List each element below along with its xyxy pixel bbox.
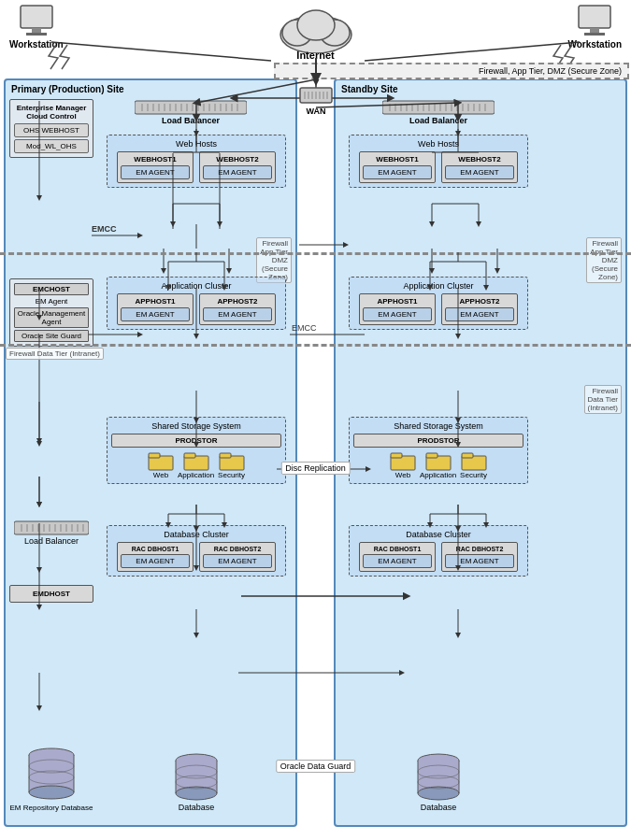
- standby-db-icon: [415, 751, 462, 803]
- firewall-banner: Firewall, App Tier, DMZ (Secure Zone): [274, 63, 629, 79]
- standby-site: Standby Site: [334, 78, 627, 827]
- standby-folder-sec-icon: [461, 450, 487, 471]
- primary-site-title: Primary (Production) Site: [11, 84, 124, 94]
- standby-apphost2-box: APPHOST2 EM AGENT: [441, 293, 518, 325]
- standby-site-title: Standby Site: [341, 84, 398, 94]
- svg-rect-38: [590, 28, 599, 33]
- workstation-right-icon: [575, 4, 614, 39]
- standby-storage-web: Web: [390, 450, 416, 479]
- svg-point-36: [297, 10, 335, 40]
- primary-db2-agent: EM AGENT: [203, 554, 272, 568]
- standby-webhost1-box: WEBHOST1 EM AGENT: [359, 151, 436, 183]
- standby-webhost1-agent: EM AGENT: [363, 165, 432, 179]
- primary-db-icon: [173, 751, 220, 803]
- primary-racdbhost2-box: RAC DBHOST2 EM AGENT: [199, 542, 276, 572]
- primary-left-lb-icon: [14, 520, 89, 536]
- svg-rect-72: [220, 453, 231, 458]
- em-control-box: Enterprise Manager Cloud Control OHS WEB…: [9, 99, 93, 158]
- internet-label: Internet: [296, 50, 334, 61]
- primary-app-cluster-label: Application Cluster: [111, 281, 281, 291]
- primary-storage-panel: Shared Storage System PRODSTOR Web: [107, 417, 286, 484]
- primary-lb-icon: [135, 99, 247, 116]
- em-repo-db-label: EM Repository Database: [10, 804, 93, 812]
- primary-left-lb-label: Load Balancer: [24, 536, 79, 546]
- standby-web-hosts-label: Web Hosts: [353, 139, 523, 149]
- svg-rect-31: [32, 28, 41, 33]
- primary-db-cluster-panel: Database Cluster RAC DBHOST1 EM AGENT RA…: [107, 525, 286, 577]
- diagram-container: EMCC: [0, 0, 631, 840]
- standby-storage-panel: Shared Storage System PRODSTOR Web: [349, 417, 528, 484]
- primary-db-label: Database: [179, 803, 215, 812]
- svg-rect-120: [391, 453, 402, 458]
- emchost-em-agent: EM Agent: [14, 297, 89, 306]
- standby-storage-security: Security: [460, 450, 487, 479]
- primary-app-cluster-panel: Application Cluster APPHOST1 EM AGENT AP…: [107, 277, 286, 330]
- standby-db-label: Database: [421, 803, 457, 812]
- emchost-box: EMCHOST EM Agent Oracle Management Agent…: [9, 278, 93, 347]
- standby-web-hosts-panel: Web Hosts WEBHOST1 EM AGENT WEBHOST2 EM …: [349, 135, 528, 188]
- primary-apphost1-box: APPHOST1 EM AGENT: [117, 293, 194, 325]
- emchost-oracle-mgmt: Oracle Management Agent: [14, 307, 89, 328]
- h-divider-data-tier: [0, 344, 631, 347]
- folder-web-icon: [148, 450, 174, 471]
- standby-folder-app-icon: [425, 450, 452, 471]
- primary-lb-label: Load Balancer: [162, 116, 220, 125]
- primary-lb-area: Load Balancer: [107, 99, 275, 125]
- em-repo-db-icon: [26, 746, 78, 804]
- primary-apphost1-agent: EM AGENT: [121, 307, 190, 321]
- standby-apphost2-agent: EM AGENT: [445, 307, 514, 321]
- ohs-webhost-box: OHS WEBHOST: [14, 123, 89, 137]
- standby-apphost1-agent: EM AGENT: [363, 307, 432, 321]
- emchost-label: EMCHOST: [14, 283, 89, 295]
- workstation-right: Workstation: [567, 4, 622, 50]
- svg-rect-37: [579, 6, 610, 28]
- standby-database-area: Database: [349, 751, 528, 812]
- standby-lb-icon: [382, 99, 495, 116]
- primary-apphost2-agent: EM AGENT: [203, 307, 272, 321]
- standby-prodstor: PRODSTOR: [353, 434, 523, 448]
- standby-racdbhost2-box: RAC DBHOST2 EM AGENT: [441, 542, 518, 572]
- standby-lb-label: Load Balancer: [409, 116, 467, 125]
- standby-storage-label: Shared Storage System: [353, 421, 523, 431]
- standby-app-cluster-label: Application Cluster: [353, 281, 523, 291]
- storage-application: Application: [178, 450, 214, 479]
- svg-point-95: [29, 786, 74, 799]
- emdhost-box: EMDHOST: [9, 585, 93, 603]
- primary-db-cluster-label: Database Cluster: [111, 530, 281, 539]
- primary-web-hosts-label: Web Hosts: [111, 139, 281, 149]
- standby-storage-application: Application: [420, 450, 456, 479]
- storage-security: Security: [218, 450, 245, 479]
- wan-router: WAN: [299, 84, 333, 116]
- svg-rect-68: [149, 453, 160, 458]
- primary-db1-agent: EM AGENT: [121, 554, 190, 568]
- internet-cloud: Internet: [274, 2, 358, 61]
- disc-replication-label: Disc Replication: [280, 462, 351, 475]
- svg-rect-32: [26, 33, 47, 36]
- folder-app-icon: [183, 450, 209, 471]
- svg-rect-39: [584, 33, 605, 36]
- primary-firewall-data-tier: Firewall Data Tier (Intranet): [6, 348, 104, 360]
- primary-database-area: Database: [107, 751, 286, 812]
- standby-db1-agent: EM AGENT: [363, 554, 432, 568]
- svg-rect-70: [184, 453, 195, 458]
- primary-site: Primary (Production) Site Enterprise Man…: [4, 78, 297, 827]
- h-divider-app-tier: [0, 252, 631, 255]
- standby-webhost2-agent: EM AGENT: [445, 165, 514, 179]
- primary-left-lb: Load Balancer: [9, 520, 93, 546]
- primary-prodstor: PRODSTOR: [111, 434, 281, 448]
- workstation-left: Workstation: [9, 4, 64, 50]
- standby-db-cluster-label: Database Cluster: [353, 530, 523, 539]
- storage-web: Web: [148, 450, 174, 479]
- workstation-left-label: Workstation: [9, 39, 64, 50]
- svg-rect-100: [382, 101, 495, 114]
- wan-label: WAN: [307, 107, 326, 116]
- oracle-data-guard-label: Oracle Data Guard: [276, 760, 356, 773]
- primary-web-hosts-panel: Web Hosts WEBHOST1 EM AGENT WEBHOST2 EM …: [107, 135, 286, 188]
- svg-rect-48: [135, 101, 247, 114]
- workstation-left-icon: [17, 4, 56, 39]
- standby-firewall-data-tier: FirewallData Tier(Intranet): [584, 385, 622, 414]
- svg-rect-124: [462, 453, 473, 458]
- primary-webhost1-agent: EM AGENT: [121, 165, 190, 179]
- folder-sec-icon: [219, 450, 245, 471]
- em-control-label: Enterprise Manager Cloud Control: [14, 104, 89, 121]
